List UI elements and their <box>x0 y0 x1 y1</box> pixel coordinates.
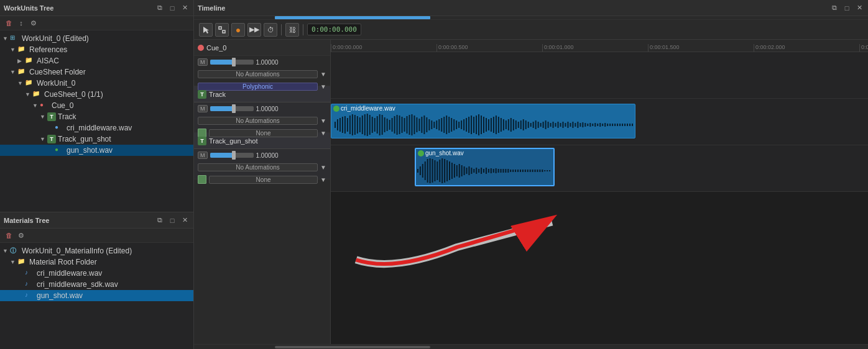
cue-vol-slider[interactable] <box>210 60 254 65</box>
materials-copy-icon[interactable]: ⧉ <box>155 215 165 225</box>
svg-marker-0 <box>203 27 209 34</box>
select-tool-button[interactable] <box>199 23 213 37</box>
tree-item-mat-cri-sdk[interactable]: ▶ ♪ cri_middleware_sdk.wav <box>0 279 193 290</box>
materials-tree-header: Materials Tree ⧉ □ ✕ <box>0 212 193 229</box>
track2-none-label[interactable]: None <box>209 176 318 184</box>
svg-rect-170 <box>530 170 531 172</box>
tree-item-aisac[interactable]: ▶ 📁 AISAC <box>0 55 193 66</box>
ruler-tick-1500: 0:00:01.500 <box>648 44 680 52</box>
sort-icon[interactable]: ↕ <box>16 18 26 28</box>
timeline-close-icon[interactable]: ✕ <box>854 3 864 13</box>
svg-rect-127 <box>425 161 426 180</box>
svg-rect-123 <box>632 124 633 126</box>
timeline-content[interactable]: 0:00:00.000 0:00:00.500 0:00:01.000 0:00… <box>331 40 868 344</box>
folder-icon-mat-root: 📁 <box>17 258 27 266</box>
work-units-restore-icon[interactable]: □ <box>167 3 177 13</box>
svg-rect-159 <box>502 169 504 173</box>
link-button[interactable]: ⛓ <box>285 23 299 37</box>
svg-rect-79 <box>523 119 524 130</box>
svg-rect-75 <box>513 119 514 130</box>
work-units-tree-panel: WorkUnits Tree ⧉ □ ✕ 🗑 ↕ ⚙ ▼ ⊞ WorkUnit_… <box>0 0 193 212</box>
materials-tree-title: Materials Tree <box>4 217 49 224</box>
track1-vol-slider[interactable] <box>210 106 254 111</box>
svg-rect-38 <box>421 117 422 133</box>
material-icon-cri-sdk: ♪ <box>25 280 35 289</box>
svg-rect-60 <box>476 116 477 134</box>
tree-item-mat-wu0[interactable]: ▼ ⓘ WorkUnit_0_MaterialInfo (Edited) <box>0 245 193 256</box>
timeline-scrollbar[interactable] <box>194 344 868 349</box>
material-icon-gun: ♪ <box>25 291 35 300</box>
tree-item-refs[interactable]: ▼ 📁 References <box>0 44 193 55</box>
tree-item-wu0inner[interactable]: ▼ 📁 WorkUnit_0 <box>0 78 193 89</box>
svg-rect-12 <box>357 116 358 134</box>
work-units-copy-icon[interactable]: ⧉ <box>155 3 165 13</box>
svg-rect-70 <box>501 118 502 132</box>
svg-rect-131 <box>434 160 435 181</box>
tree-label-mat-root: Material Root Folder <box>29 258 97 266</box>
nav-button[interactable]: ▶▶ <box>247 23 261 37</box>
svg-rect-55 <box>463 119 464 130</box>
clock-button[interactable]: ⏱ <box>264 23 277 37</box>
tree-item-mat-gun[interactable]: ▶ ♪ gun_shot.wav <box>0 290 193 301</box>
tree-item-track-gun[interactable]: ▼ T Track_gun_shot <box>0 134 193 145</box>
tree-item-mat-cri[interactable]: ▶ ♪ cri_middleware.wav <box>0 268 193 279</box>
svg-rect-16 <box>367 114 368 136</box>
track2-clip-label: gun_shot.wav <box>418 150 464 156</box>
tree-item-mat-root[interactable]: ▼ 📁 Material Root Folder <box>0 256 193 268</box>
svg-rect-37 <box>418 119 420 131</box>
track1-automation-label[interactable]: No Automations <box>198 117 318 125</box>
timeline-copy-icon[interactable]: ⧉ <box>829 3 839 13</box>
materials-restore-icon[interactable]: □ <box>167 215 177 225</box>
cue-polyphonic-label[interactable]: Polyphonic <box>198 83 318 91</box>
svg-rect-7 <box>344 116 346 134</box>
fit-tool-button[interactable] <box>215 23 229 37</box>
tree-label-cri-mw: cri_middleware.wav <box>67 124 132 132</box>
tree-item-cs0[interactable]: ▼ 📁 CueSheet_0 (1/1) <box>0 89 193 100</box>
svg-rect-177 <box>547 170 548 171</box>
svg-rect-23 <box>384 117 386 132</box>
tree-label-mat-wu0: WorkUnit_0_MaterialInfo (Edited) <box>22 247 132 255</box>
tree-item-wu0[interactable]: ▼ ⊞ WorkUnit_0 (Edited) <box>0 33 193 44</box>
svg-rect-169 <box>527 170 529 172</box>
timeline-restore-icon[interactable]: □ <box>842 3 852 13</box>
tree-item-track[interactable]: ▼ T Track <box>0 111 193 122</box>
tree-item-csfolder[interactable]: ▼ 📁 CueSheet Folder <box>0 66 193 78</box>
svg-rect-103 <box>582 122 583 127</box>
cue-automation-label[interactable]: No Automations <box>198 70 318 78</box>
tree-item-gun-shot[interactable]: ▶ ● gun_shot.wav <box>0 145 193 156</box>
svg-rect-139 <box>454 164 455 178</box>
work-units-tree-content[interactable]: ▼ ⊞ WorkUnit_0 (Edited) ▼ 📁 References ▶… <box>0 30 193 212</box>
tree-label-wu0inner: WorkUnit_0 <box>37 79 75 88</box>
settings-icon[interactable]: ⚙ <box>29 18 39 28</box>
svg-rect-65 <box>488 119 489 130</box>
tree-label-cue0: Cue_0 <box>52 101 73 110</box>
work-units-close-icon[interactable]: ✕ <box>180 3 190 13</box>
materials-trash-icon[interactable]: 🗑 <box>4 230 14 240</box>
tree-label-track: Track <box>58 112 76 121</box>
track1-none-label[interactable]: None <box>209 129 318 137</box>
materials-tree-content[interactable]: ▼ ⓘ WorkUnit_0_MaterialInfo (Edited) ▼ 📁… <box>0 243 193 349</box>
scrollbar-thumb[interactable] <box>275 346 430 348</box>
track2-t-icon: T <box>198 137 206 145</box>
track2-automation-label[interactable]: No Automations <box>198 163 318 171</box>
track2-audio-clip[interactable]: gun_shot.wav <box>415 148 555 186</box>
tree-item-cri-mw[interactable]: ▶ ● cri_middleware.wav <box>0 122 193 134</box>
svg-rect-163 <box>512 170 514 172</box>
materials-settings-icon[interactable]: ⚙ <box>16 230 26 240</box>
trash-icon[interactable]: 🗑 <box>4 18 14 28</box>
svg-rect-66 <box>491 118 492 132</box>
svg-rect-124 <box>417 169 418 173</box>
tree-item-cue0[interactable]: ▼ ● Cue_0 <box>0 100 193 111</box>
svg-rect-120 <box>624 124 626 126</box>
orange-dot-button[interactable]: ● <box>231 23 245 37</box>
materials-close-icon[interactable]: ✕ <box>180 215 190 225</box>
svg-rect-151 <box>483 169 484 173</box>
svg-rect-106 <box>589 123 591 127</box>
expand-arrow-cue0: ▼ <box>32 102 40 109</box>
track1-audio-clip[interactable]: cri_middleware.wav <box>331 104 635 138</box>
svg-rect-119 <box>622 124 623 126</box>
track2-vol-slider[interactable] <box>210 153 254 158</box>
svg-rect-32 <box>407 116 408 134</box>
main-area: WorkUnits Tree ⧉ □ ✕ 🗑 ↕ ⚙ ▼ ⊞ WorkUnit_… <box>0 0 868 349</box>
track2-clip-filename: gun_shot.wav <box>425 150 464 156</box>
